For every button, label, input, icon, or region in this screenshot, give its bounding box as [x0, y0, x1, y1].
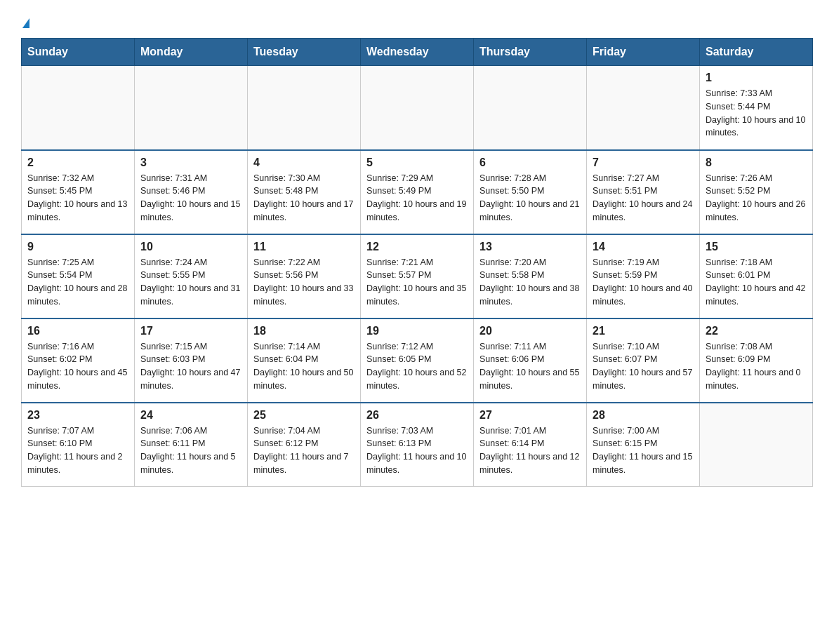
day-info: Sunrise: 7:15 AM Sunset: 6:03 PM Dayligh…: [140, 340, 241, 393]
calendar-week-row: 2Sunrise: 7:32 AM Sunset: 5:45 PM Daylig…: [22, 150, 813, 234]
calendar-day-cell: [248, 66, 361, 150]
calendar-day-cell: 16Sunrise: 7:16 AM Sunset: 6:02 PM Dayli…: [22, 318, 135, 403]
calendar-day-cell: 7Sunrise: 7:27 AM Sunset: 5:51 PM Daylig…: [587, 150, 700, 234]
calendar-week-row: 1Sunrise: 7:33 AM Sunset: 5:44 PM Daylig…: [22, 66, 813, 150]
calendar-day-cell: 15Sunrise: 7:18 AM Sunset: 6:01 PM Dayli…: [700, 234, 813, 318]
weekday-header: Sunday: [22, 39, 135, 66]
day-number: 18: [253, 325, 355, 337]
day-number: 26: [366, 409, 468, 422]
weekday-header: Saturday: [700, 39, 813, 66]
day-info: Sunrise: 7:29 AM Sunset: 5:49 PM Dayligh…: [366, 172, 468, 224]
day-info: Sunrise: 7:31 AM Sunset: 5:46 PM Dayligh…: [140, 172, 241, 224]
day-number: 19: [366, 325, 468, 337]
calendar-day-cell: 8Sunrise: 7:26 AM Sunset: 5:52 PM Daylig…: [700, 150, 813, 234]
calendar-day-cell: 23Sunrise: 7:07 AM Sunset: 6:10 PM Dayli…: [22, 403, 135, 487]
day-number: 8: [706, 156, 807, 169]
weekday-header: Friday: [587, 39, 700, 66]
calendar-week-row: 9Sunrise: 7:25 AM Sunset: 5:54 PM Daylig…: [22, 234, 813, 318]
day-number: 2: [27, 156, 128, 169]
day-number: 12: [366, 241, 468, 253]
calendar-day-cell: 12Sunrise: 7:21 AM Sunset: 5:57 PM Dayli…: [361, 234, 474, 318]
calendar-day-cell: [22, 66, 135, 150]
day-info: Sunrise: 7:07 AM Sunset: 6:10 PM Dayligh…: [27, 424, 128, 477]
day-info: Sunrise: 7:10 AM Sunset: 6:07 PM Dayligh…: [593, 340, 694, 393]
day-number: 16: [27, 325, 128, 337]
weekday-header: Thursday: [474, 39, 587, 66]
day-number: 21: [593, 325, 694, 337]
calendar-day-cell: 25Sunrise: 7:04 AM Sunset: 6:12 PM Dayli…: [248, 403, 361, 487]
calendar-day-cell: 28Sunrise: 7:00 AM Sunset: 6:15 PM Dayli…: [587, 403, 700, 487]
day-number: 11: [253, 241, 355, 253]
day-info: Sunrise: 7:00 AM Sunset: 6:15 PM Dayligh…: [593, 424, 694, 477]
day-info: Sunrise: 7:21 AM Sunset: 5:57 PM Dayligh…: [366, 256, 468, 309]
day-info: Sunrise: 7:18 AM Sunset: 6:01 PM Dayligh…: [706, 256, 807, 309]
calendar-week-row: 16Sunrise: 7:16 AM Sunset: 6:02 PM Dayli…: [22, 318, 813, 403]
day-number: 14: [593, 241, 694, 253]
calendar-day-cell: [361, 66, 474, 150]
calendar-week-row: 23Sunrise: 7:07 AM Sunset: 6:10 PM Dayli…: [22, 403, 813, 487]
day-number: 25: [253, 409, 355, 422]
day-info: Sunrise: 7:08 AM Sunset: 6:09 PM Dayligh…: [706, 340, 807, 393]
day-info: Sunrise: 7:01 AM Sunset: 6:14 PM Dayligh…: [479, 424, 581, 477]
day-info: Sunrise: 7:19 AM Sunset: 5:59 PM Dayligh…: [593, 256, 694, 309]
calendar-day-cell: 10Sunrise: 7:24 AM Sunset: 5:55 PM Dayli…: [135, 234, 248, 318]
day-info: Sunrise: 7:27 AM Sunset: 5:51 PM Dayligh…: [593, 172, 694, 224]
calendar-day-cell: 6Sunrise: 7:28 AM Sunset: 5:50 PM Daylig…: [474, 150, 587, 234]
day-number: 27: [479, 409, 581, 422]
calendar-day-cell: 17Sunrise: 7:15 AM Sunset: 6:03 PM Dayli…: [135, 318, 248, 403]
day-info: Sunrise: 7:32 AM Sunset: 5:45 PM Dayligh…: [27, 172, 128, 224]
calendar-day-cell: 26Sunrise: 7:03 AM Sunset: 6:13 PM Dayli…: [361, 403, 474, 487]
day-info: Sunrise: 7:14 AM Sunset: 6:04 PM Dayligh…: [253, 340, 355, 393]
weekday-header: Wednesday: [361, 39, 474, 66]
day-number: 23: [27, 409, 128, 422]
day-number: 24: [140, 409, 241, 422]
calendar-day-cell: 9Sunrise: 7:25 AM Sunset: 5:54 PM Daylig…: [22, 234, 135, 318]
day-info: Sunrise: 7:24 AM Sunset: 5:55 PM Dayligh…: [140, 256, 241, 309]
logo: [21, 14, 29, 31]
day-number: 10: [140, 241, 241, 253]
calendar-day-cell: 4Sunrise: 7:30 AM Sunset: 5:48 PM Daylig…: [248, 150, 361, 234]
day-info: Sunrise: 7:22 AM Sunset: 5:56 PM Dayligh…: [253, 256, 355, 309]
page-header: [21, 14, 813, 31]
weekday-header: Monday: [135, 39, 248, 66]
calendar-day-cell: 5Sunrise: 7:29 AM Sunset: 5:49 PM Daylig…: [361, 150, 474, 234]
day-number: 22: [706, 325, 807, 337]
calendar-day-cell: [587, 66, 700, 150]
calendar-day-cell: 27Sunrise: 7:01 AM Sunset: 6:14 PM Dayli…: [474, 403, 587, 487]
day-info: Sunrise: 7:33 AM Sunset: 5:44 PM Dayligh…: [706, 87, 807, 140]
day-info: Sunrise: 7:04 AM Sunset: 6:12 PM Dayligh…: [253, 424, 355, 477]
day-number: 5: [366, 156, 468, 169]
day-info: Sunrise: 7:20 AM Sunset: 5:58 PM Dayligh…: [479, 256, 581, 309]
calendar-day-cell: 20Sunrise: 7:11 AM Sunset: 6:06 PM Dayli…: [474, 318, 587, 403]
day-number: 9: [27, 241, 128, 253]
day-number: 13: [479, 241, 581, 253]
calendar-day-cell: 19Sunrise: 7:12 AM Sunset: 6:05 PM Dayli…: [361, 318, 474, 403]
day-info: Sunrise: 7:25 AM Sunset: 5:54 PM Dayligh…: [27, 256, 128, 309]
day-info: Sunrise: 7:03 AM Sunset: 6:13 PM Dayligh…: [366, 424, 468, 477]
day-info: Sunrise: 7:06 AM Sunset: 6:11 PM Dayligh…: [140, 424, 241, 477]
calendar-day-cell: 24Sunrise: 7:06 AM Sunset: 6:11 PM Dayli…: [135, 403, 248, 487]
calendar-day-cell: 18Sunrise: 7:14 AM Sunset: 6:04 PM Dayli…: [248, 318, 361, 403]
calendar-day-cell: 22Sunrise: 7:08 AM Sunset: 6:09 PM Dayli…: [700, 318, 813, 403]
calendar-day-cell: 13Sunrise: 7:20 AM Sunset: 5:58 PM Dayli…: [474, 234, 587, 318]
day-number: 28: [593, 409, 694, 422]
calendar-day-cell: 3Sunrise: 7:31 AM Sunset: 5:46 PM Daylig…: [135, 150, 248, 234]
day-number: 1: [706, 72, 807, 84]
calendar-day-cell: 11Sunrise: 7:22 AM Sunset: 5:56 PM Dayli…: [248, 234, 361, 318]
calendar-day-cell: 1Sunrise: 7:33 AM Sunset: 5:44 PM Daylig…: [700, 66, 813, 150]
day-info: Sunrise: 7:11 AM Sunset: 6:06 PM Dayligh…: [479, 340, 581, 393]
day-number: 7: [593, 156, 694, 169]
day-info: Sunrise: 7:12 AM Sunset: 6:05 PM Dayligh…: [366, 340, 468, 393]
calendar-table: SundayMondayTuesdayWednesdayThursdayFrid…: [21, 38, 813, 487]
weekday-header: Tuesday: [248, 39, 361, 66]
day-info: Sunrise: 7:28 AM Sunset: 5:50 PM Dayligh…: [479, 172, 581, 224]
day-info: Sunrise: 7:26 AM Sunset: 5:52 PM Dayligh…: [706, 172, 807, 224]
day-number: 17: [140, 325, 241, 337]
day-number: 4: [253, 156, 355, 169]
calendar-day-cell: 21Sunrise: 7:10 AM Sunset: 6:07 PM Dayli…: [587, 318, 700, 403]
day-number: 6: [479, 156, 581, 169]
calendar-day-cell: [474, 66, 587, 150]
logo-arrow-icon: [22, 18, 29, 28]
day-info: Sunrise: 7:16 AM Sunset: 6:02 PM Dayligh…: [27, 340, 128, 393]
day-number: 20: [479, 325, 581, 337]
